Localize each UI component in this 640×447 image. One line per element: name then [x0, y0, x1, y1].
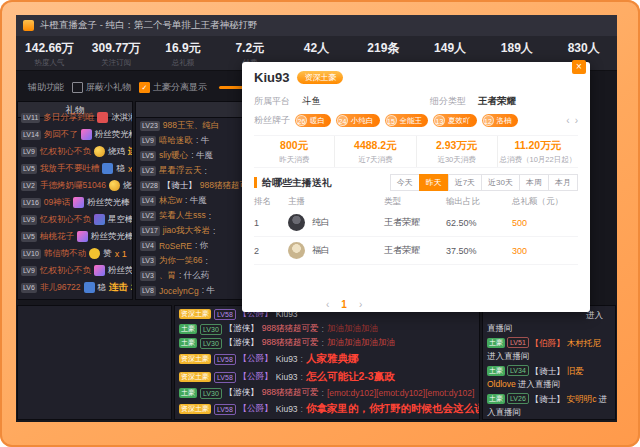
stat-value: 219条 [350, 40, 417, 57]
gift-row[interactable]: LV9忆权初心不负星空棒棒糖x 1 [18, 211, 132, 228]
section-accent-bar [254, 177, 257, 188]
stat-value: 16.9元 [150, 40, 217, 57]
anchor-name: 纯白 [312, 216, 330, 229]
separator: : [322, 388, 324, 398]
gift-list: LV11多日分享到唯冰淇淋x 1LV14匆回不了粉丝荧光棒连击 6LV9忆权初心… [18, 109, 132, 296]
chat-row[interactable]: 土豪LV30【游侠】988猪猪超可爱 : 加油加油加油 [175, 322, 479, 336]
rich-badge: 资深土豪 [179, 309, 211, 319]
filter-tab[interactable]: 近7天 [448, 174, 482, 191]
gift-row[interactable]: LV1609神话粉丝荧光棒连击 2 [18, 194, 132, 211]
chicken-icon [94, 146, 105, 157]
filter-tab[interactable]: 本周 [519, 174, 549, 191]
table-row[interactable]: 2福白王者荣耀37.50%300 [254, 237, 578, 265]
avatar [288, 214, 305, 231]
fan-badge[interactable]: 13夏效吖 [433, 114, 477, 127]
user-name: 木村托尼 [567, 338, 601, 348]
fan-badge[interactable]: 24小纯白 [336, 114, 380, 127]
level-badge: LV51 [507, 337, 529, 348]
level-badge: LV2 [140, 211, 156, 221]
gift-row[interactable]: LV6非儿96722稳连击 2 [18, 279, 132, 296]
filter-tab[interactable]: 今天 [390, 174, 420, 191]
consume-stat: 800元昨天消费 [254, 136, 334, 167]
rich-split-checkbox[interactable]: ✓ 土豪分离显示 [139, 81, 207, 94]
chat-row[interactable]: 土豪LV30【游侠】988猪猪超可爱 : 加油加油加油加油 [175, 336, 479, 350]
close-icon[interactable]: × [572, 60, 586, 74]
stat-value: 189人 [483, 40, 550, 57]
fan-level: 12 [483, 115, 494, 126]
user-name: 988猪猪超可爱 [262, 323, 319, 335]
enter-row[interactable]: 土豪LV26【骑士】安明明c进入直播间 [487, 393, 611, 419]
gift-row[interactable]: LV11多日分享到唯冰淇淋x 1 [18, 109, 132, 126]
role-label: 【伯爵】 [531, 338, 565, 348]
rich-badge: 资深土豪 [179, 354, 211, 364]
type-cell: 王者荣耀 [384, 216, 446, 229]
chat-row[interactable]: 资深土豪LV58【公爵】Kiu93 : 人家雅典娜 [175, 350, 479, 368]
prev-arrow-icon[interactable]: ‹ [566, 115, 569, 126]
gift-name: 烧鸡 [123, 180, 132, 192]
fan-level: 24 [337, 115, 348, 126]
rich-badge: 土豪 [487, 394, 505, 404]
enter-row[interactable]: 土豪LV51【伯爵】木村托尼进入直播间 [487, 337, 611, 363]
message-text: 害怕 [327, 419, 344, 420]
user-name: 988猪猪超可爱 [262, 387, 319, 399]
gift-row[interactable]: LV9忆权初心不负粉丝荧光棒x 15 [18, 262, 132, 279]
role-label: 【公爵】 [239, 371, 273, 383]
enter-text: 进入直播间 [487, 351, 530, 361]
gift-name: 稳 [98, 282, 107, 294]
platform-value: 斗鱼 [302, 95, 430, 108]
pagination: ‹ 1 › [326, 299, 362, 310]
chat-row[interactable]: 资深土豪LV58【公爵】Kiu93 : 怎么可能让2-3嬴政 [175, 368, 479, 386]
user-name: Kiu93 [276, 354, 298, 364]
fan-badge[interactable]: 26暖白 [295, 114, 331, 127]
prev-page-icon[interactable]: ‹ [326, 299, 329, 310]
chicken-icon [109, 180, 120, 191]
chat-row[interactable]: 土豪LV30【游侠】988猪猪超可爱 : 害怕 [175, 418, 479, 420]
stat-cell: 309.77万关注订阅 [83, 36, 150, 70]
section-header: 给哪些主播送礼 今天昨天近7天近30天本周本月 [254, 174, 578, 191]
gift-row[interactable]: LV14匆回不了粉丝荧光棒连击 6 [18, 126, 132, 143]
fan-name: 洛柚 [497, 116, 512, 126]
table-row[interactable]: 1纯白王者荣耀62.50%500 [254, 209, 578, 237]
sender-name: 09神话 [44, 197, 70, 209]
fan-name: 全能王 [400, 116, 423, 126]
user-name: 为你一笑66 [159, 255, 202, 267]
fan-badge[interactable]: 12洛柚 [482, 114, 518, 127]
gift-row[interactable]: LV2手德烤奶囉51046烧鸡x 1 [18, 177, 132, 194]
stat-cell: 142.66万热度人气 [16, 36, 83, 70]
block-small-gifts-checkbox[interactable]: 屏蔽小礼物 [72, 81, 131, 94]
stat-value: 142.66万 [16, 40, 83, 57]
sender-name: 匆回不了 [44, 129, 78, 141]
chat-row[interactable]: 土豪LV30【游侠】988猪猪超可爱 : [emot:dy102][emot:d… [175, 386, 479, 400]
role-label: 【游侠】 [225, 323, 259, 335]
filter-tab[interactable]: 昨天 [419, 174, 449, 191]
role-label: 【骑士】 [531, 394, 565, 404]
user-name: RoSeRE [159, 241, 192, 251]
column-header: 总礼额（元） [512, 196, 578, 208]
level-badge: LV16 [21, 198, 41, 208]
percent-cell: 62.50% [446, 218, 512, 228]
filter-tab[interactable]: 本月 [548, 174, 578, 191]
gift-row[interactable]: LV9忆权初心不负烧鸡连击 3 [18, 143, 132, 160]
enter-row[interactable]: 进入直播间 [487, 309, 611, 335]
stat-label: 总礼额 [150, 58, 217, 67]
next-page-icon[interactable]: › [359, 299, 362, 310]
glowstick-icon [73, 197, 84, 208]
gift-row[interactable]: LV5我放手不要吐槽稳x 1 [18, 160, 132, 177]
stat-label: 总消费（10月22日起） [498, 155, 578, 165]
message-text: : [205, 256, 207, 266]
level-badge: LV5 [21, 232, 37, 242]
user-name: Kiu93 [276, 372, 298, 382]
gift-row[interactable]: LV10韩信萌不动赞x 1 [18, 245, 132, 262]
chat-row[interactable]: 资深土豪LV58【公爵】Kiu93 : 你拿家里的，你打野的时候也会这么说的 [175, 400, 479, 418]
separator: : [322, 324, 324, 334]
enter-row[interactable]: 土豪LV34【骑士】旧爱Oldlove进入直播间 [487, 365, 611, 391]
fan-badge[interactable]: 15全能王 [385, 114, 429, 127]
type-label: 细分类型 [430, 95, 466, 108]
thumb-icon [89, 248, 100, 259]
level-badge: LV6 [21, 283, 37, 293]
rich-badge: 土豪 [179, 338, 197, 348]
gift-row[interactable]: LV5柚桃花子粉丝荧光棒x 10 [18, 228, 132, 245]
filter-tab[interactable]: 近30天 [481, 174, 520, 191]
next-arrow-icon[interactable]: › [575, 115, 578, 126]
current-page[interactable]: 1 [341, 299, 347, 310]
